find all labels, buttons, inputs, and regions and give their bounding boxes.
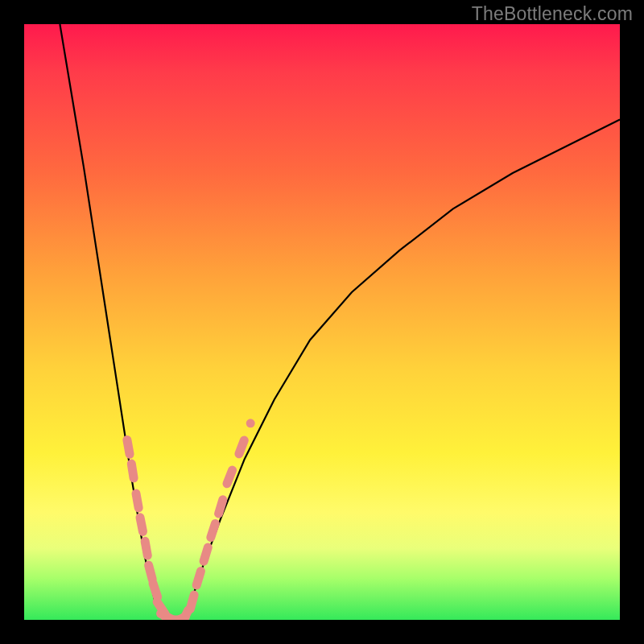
curve-marker [227, 470, 233, 484]
curve-marker [219, 500, 223, 514]
curve-marker [145, 541, 147, 555]
watermark-text: TheBottleneck.com [472, 3, 633, 25]
curve-marker [127, 440, 130, 455]
chart-plot-area [24, 24, 620, 620]
curve-marker [211, 523, 216, 537]
curve-marker [149, 565, 153, 579]
chart-svg [24, 24, 620, 620]
curve-marker [190, 595, 194, 609]
chart-frame: TheBottleneck.com [0, 0, 644, 644]
curve-marker [136, 493, 138, 508]
curve-right-branch [185, 119, 620, 620]
curve-marker [204, 547, 208, 561]
curve-marker [140, 518, 143, 532]
curve-marker [239, 440, 244, 454]
curve-marker [131, 464, 134, 478]
curve-marker [196, 572, 200, 585]
curve-markers [127, 423, 250, 620]
curve-left-branch [60, 24, 167, 620]
curve-marker [153, 584, 158, 597]
